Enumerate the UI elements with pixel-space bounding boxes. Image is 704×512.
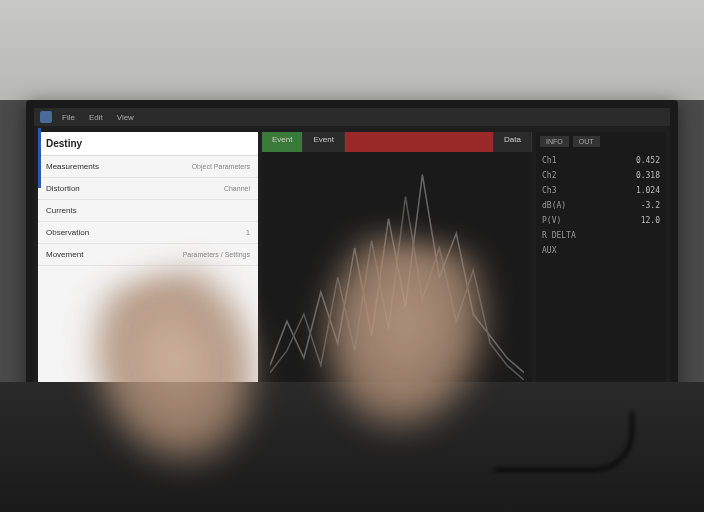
tab-bar: Event Event Data (262, 132, 532, 152)
rp-key: dB(A) (542, 201, 566, 210)
section-label: Distortion (46, 184, 80, 193)
tab-3[interactable]: Data (494, 132, 532, 152)
start-icon[interactable] (40, 111, 52, 123)
rp-tab-0[interactable]: INFO (540, 136, 569, 147)
rp-key: Ch1 (542, 156, 556, 165)
rp-val: -3.2 (641, 201, 660, 210)
rp-row-0: Ch10.452 (540, 153, 662, 168)
room-wall (0, 0, 704, 100)
rp-key: Ch3 (542, 186, 556, 195)
taskbar-item-0[interactable]: File (58, 111, 79, 124)
section-0[interactable]: Measurements Object Parameters (38, 156, 258, 178)
rp-row-4: P(V)12.0 (540, 213, 662, 228)
tab-1[interactable]: Event (303, 132, 344, 152)
rp-key: Ch2 (542, 171, 556, 180)
section-3[interactable]: Observation 1 (38, 222, 258, 244)
rp-val: 12.0 (641, 216, 660, 225)
cable (494, 412, 634, 472)
section-2[interactable]: Currents (38, 200, 258, 222)
section-label: Currents (46, 206, 77, 215)
section-label: Observation (46, 228, 89, 237)
rp-key: R DELTA (542, 231, 576, 240)
section-label: Measurements (46, 162, 99, 171)
section-label: Movement (46, 250, 83, 259)
section-value: Object Parameters (192, 163, 250, 170)
rp-row-2: Ch31.024 (540, 183, 662, 198)
right-panel-tabs: INFO OUT (540, 136, 662, 147)
section-1[interactable]: Distortion Channel (38, 178, 258, 200)
panel-title: Destiny (46, 138, 82, 149)
section-value: 1 (246, 229, 250, 236)
taskbar-item-1[interactable]: Edit (85, 111, 107, 124)
hand-right (281, 225, 539, 500)
rp-row-1: Ch20.318 (540, 168, 662, 183)
rp-row-5: R DELTA (540, 228, 662, 243)
rp-row-3: dB(A)-3.2 (540, 198, 662, 213)
accent-strip (38, 128, 41, 188)
rp-key: P(V) (542, 216, 561, 225)
rp-key: AUX (542, 246, 556, 255)
taskbar: File Edit View (34, 108, 670, 126)
rp-tab-1[interactable]: OUT (573, 136, 600, 147)
rp-val: 0.318 (636, 171, 660, 180)
panel-header: Destiny (38, 132, 258, 156)
rp-val: 1.024 (636, 186, 660, 195)
tab-0[interactable]: Event (262, 132, 303, 152)
section-value: Channel (224, 185, 250, 192)
rp-val: 0.452 (636, 156, 660, 165)
rp-row-6: AUX (540, 243, 662, 258)
right-panel: INFO OUT Ch10.452 Ch20.318 Ch31.024 dB(A… (536, 132, 666, 388)
taskbar-item-2[interactable]: View (113, 111, 138, 124)
tab-2[interactable] (345, 132, 494, 152)
